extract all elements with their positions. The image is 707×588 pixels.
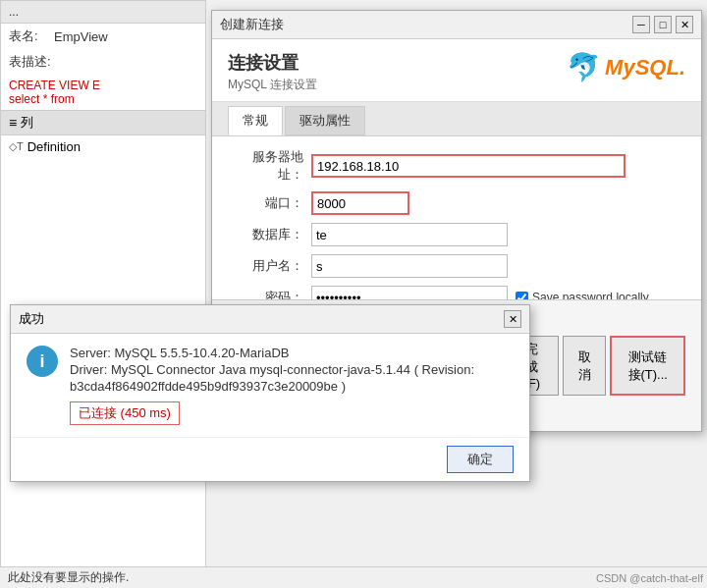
port-input[interactable] [311, 191, 409, 215]
server-line2: Driver: MySQL Connector Java mysql-conne… [70, 362, 514, 377]
port-label: 端口： [228, 194, 311, 212]
columns-icon: ≡ [9, 115, 17, 131]
header-subtitle: MySQL 连接设置 [228, 77, 317, 93]
columns-header: ≡ 列 [1, 110, 205, 135]
definition-row: ◇T Definition [1, 135, 205, 158]
db-label: 数据库： [228, 226, 311, 243]
window-controls: ─ □ ✕ [632, 16, 693, 33]
definition-icon: ◇T [9, 140, 24, 153]
confirm-button[interactable]: 确定 [447, 446, 514, 473]
status-text: 此处没有要显示的操作. [8, 569, 129, 586]
dialog-header: 连接设置 MySQL 连接设置 🐬 MySQL. [212, 39, 701, 102]
user-row: 用户名： [228, 254, 685, 278]
server-input[interactable] [311, 154, 625, 178]
success-close-button[interactable]: ✕ [504, 310, 521, 328]
test-connection-button[interactable]: 测试链接(T)... [610, 336, 685, 396]
success-dialog: 成功 ✕ i Server: MySQL 5.5.5-10.4.20-Maria… [10, 304, 530, 482]
dialog-title: 创建新连接 [220, 16, 284, 33]
success-content: i Server: MySQL 5.5.5-10.4.20-MariaDB Dr… [11, 334, 529, 437]
dialog-titlebar: 创建新连接 ─ □ ✕ [212, 11, 701, 39]
close-button[interactable]: ✕ [676, 16, 693, 33]
connected-status: 已连接 (450 ms) [70, 401, 180, 425]
desc-label: 表描述: [9, 53, 51, 71]
db-input[interactable] [311, 223, 508, 246]
minimize-button[interactable]: ─ [632, 16, 650, 33]
tab-driver[interactable]: 驱动属性 [285, 106, 365, 135]
user-label: 用户名： [228, 257, 311, 275]
editor-tab-bar: ... [1, 1, 205, 24]
header-title: 连接设置 [228, 51, 317, 75]
sql-preview: CREATE VIEW E select * from [1, 75, 205, 110]
table-label: 表名: [9, 27, 48, 45]
dialog-tabs: 常规 驱动属性 [212, 102, 701, 136]
port-row: 端口： [228, 191, 685, 215]
header-text: 连接设置 MySQL 连接设置 [228, 51, 317, 93]
background-editor-panel: ... 表名: EmpView 表描述: CREATE VIEW E selec… [0, 0, 206, 588]
table-value: EmpView [54, 29, 108, 44]
columns-label: 列 [21, 114, 33, 132]
table-name-row: 表名: EmpView [1, 24, 205, 49]
success-footer: 确定 [11, 437, 529, 481]
watermark: CSDN @catch-that-elf [596, 572, 703, 584]
success-title: 成功 [19, 310, 44, 328]
db-row: 数据库： [228, 223, 685, 246]
server-line3: b3cda4f864902ffdde495b9df93937c3e20009be… [70, 379, 514, 394]
tab-label: ... [9, 5, 19, 19]
definition-label: Definition [27, 139, 81, 154]
user-input[interactable] [311, 254, 508, 278]
server-row: 服务器地址： [228, 148, 685, 184]
mysql-dolphin-icon: 🐬 [567, 51, 601, 83]
server-label: 服务器地址： [228, 148, 311, 184]
info-icon: i [27, 346, 58, 377]
cancel-button[interactable]: 取消 [563, 336, 607, 396]
table-desc-row: 表描述: [1, 49, 205, 75]
success-text-area: Server: MySQL 5.5.5-10.4.20-MariaDB Driv… [70, 346, 514, 425]
success-titlebar: 成功 ✕ [11, 305, 529, 334]
mysql-logo: 🐬 MySQL. [567, 51, 685, 83]
mysql-logo-text: MySQL. [605, 55, 685, 80]
tab-general[interactable]: 常规 [228, 106, 283, 135]
server-line1: Server: MySQL 5.5.5-10.4.20-MariaDB [70, 346, 514, 360]
maximize-button[interactable]: □ [654, 16, 672, 33]
